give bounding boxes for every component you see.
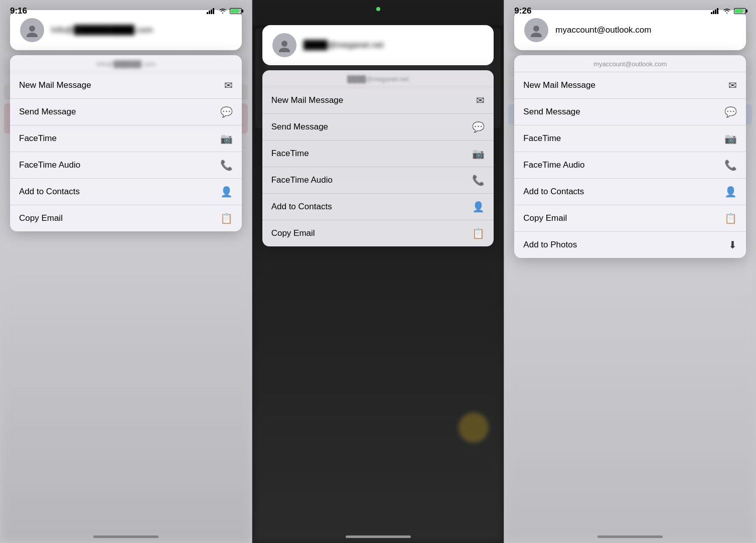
menu-item-facetime-3[interactable]: FaceTime 📷 xyxy=(514,125,746,152)
copy-icon-2: 📋 xyxy=(472,227,485,239)
context-menu-2: ████@meganet.net New Mail Message ✉ Send… xyxy=(262,70,494,246)
contacts-icon-3: 👤 xyxy=(724,186,737,198)
mail-icon-3: ✉ xyxy=(728,79,737,91)
copy-icon-1: 📋 xyxy=(220,212,233,224)
menu-item-label-add-contacts-3: Add to Contacts xyxy=(523,187,584,197)
menu-item-add-contacts-3[interactable]: Add to Contacts 👤 xyxy=(514,179,746,205)
menu-item-copy-email-3[interactable]: Copy Email 📋 xyxy=(514,205,746,232)
menu-item-label-send-1: Send Message xyxy=(19,107,76,117)
menu-item-label-add-contacts-2: Add to Contacts xyxy=(271,202,332,212)
email-address-3: myaccount@outlook.com xyxy=(555,25,736,35)
svg-rect-3 xyxy=(213,8,214,14)
mail-icon-1: ✉ xyxy=(224,79,233,91)
svg-rect-1 xyxy=(209,11,210,14)
svg-rect-10 xyxy=(715,10,716,14)
menu-header-2: ████@meganet.net xyxy=(262,70,494,87)
menu-header-3: myaccount@outlook.com xyxy=(514,55,746,72)
facetime-icon-2: 📷 xyxy=(472,148,485,160)
menu-item-facetime-audio-2[interactable]: FaceTime Audio 📞 xyxy=(262,167,494,194)
svg-point-4 xyxy=(29,26,35,32)
status-icons-1 xyxy=(207,8,242,14)
context-overlay-3: myaccount@outlook.com myaccount@outlook.… xyxy=(504,0,756,543)
avatar-3 xyxy=(524,18,548,42)
mail-icon-2: ✉ xyxy=(476,94,485,106)
menu-header-1: Info@██████.com xyxy=(10,55,242,72)
menu-item-label-add-contacts-1: Add to Contacts xyxy=(19,187,80,197)
svg-point-12 xyxy=(533,26,539,32)
email-address-2: ████@meganet.net xyxy=(304,40,484,50)
svg-rect-11 xyxy=(717,8,718,14)
menu-item-label-facetime-3: FaceTime xyxy=(523,133,561,144)
phone-panel-2: ████@meganet.net ████@meganet.net New Ma… xyxy=(252,0,504,543)
avatar-2 xyxy=(272,33,296,57)
menu-item-add-photos-3[interactable]: Add to Photos ⬇ xyxy=(514,232,746,258)
menu-item-label-facetime-audio-1: FaceTime Audio xyxy=(19,160,80,170)
phone-icon-2: 📞 xyxy=(472,174,485,186)
status-time-1: 9:16 xyxy=(10,6,27,16)
status-icons-3 xyxy=(711,8,746,14)
menu-item-facetime-2[interactable]: FaceTime 📷 xyxy=(262,141,494,167)
message-icon-1: 💬 xyxy=(220,106,233,118)
menu-item-label-facetime-audio-3: FaceTime Audio xyxy=(523,160,584,170)
menu-item-label-copy-1: Copy Email xyxy=(19,213,63,223)
email-address-1: Info@██████████.com xyxy=(51,25,232,35)
facetime-icon-1: 📷 xyxy=(220,132,233,145)
svg-rect-9 xyxy=(713,11,714,14)
menu-item-label-facetime-1: FaceTime xyxy=(19,133,57,144)
context-menu-1: Info@██████.com New Mail Message ✉ Send … xyxy=(10,55,242,231)
svg-point-13 xyxy=(531,33,542,37)
svg-rect-2 xyxy=(211,10,212,14)
menu-item-label-send-2: Send Message xyxy=(271,122,328,132)
menu-item-new-mail-1[interactable]: New Mail Message ✉ xyxy=(10,72,242,99)
message-icon-2: 💬 xyxy=(472,121,485,133)
menu-item-facetime-1[interactable]: FaceTime 📷 xyxy=(10,125,242,152)
menu-item-label-send-3: Send Message xyxy=(523,107,580,117)
menu-item-copy-email-1[interactable]: Copy Email 📋 xyxy=(10,205,242,231)
context-menu-3: myaccount@outlook.com New Mail Message ✉… xyxy=(514,55,746,258)
svg-point-7 xyxy=(279,48,290,52)
contacts-icon-1: 👤 xyxy=(220,186,233,198)
phone-icon-1: 📞 xyxy=(220,159,233,171)
contacts-icon-2: 👤 xyxy=(472,201,485,213)
menu-item-new-mail-3[interactable]: New Mail Message ✉ xyxy=(514,72,746,99)
menu-item-facetime-audio-1[interactable]: FaceTime Audio 📞 xyxy=(10,152,242,179)
facetime-icon-3: 📷 xyxy=(724,132,737,145)
email-header-card-2: ████@meganet.net xyxy=(262,25,494,65)
phone-icon-3: 📞 xyxy=(724,159,737,171)
photos-icon-3: ⬇ xyxy=(728,239,737,251)
menu-item-label-new-mail-3: New Mail Message xyxy=(523,80,595,90)
home-indicator-3 xyxy=(597,535,663,538)
avatar-1 xyxy=(20,18,44,42)
home-indicator-2 xyxy=(346,535,411,538)
home-indicator-1 xyxy=(93,535,159,538)
menu-item-facetime-audio-3[interactable]: FaceTime Audio 📞 xyxy=(514,152,746,179)
svg-point-5 xyxy=(27,33,38,37)
menu-item-label-new-mail-2: New Mail Message xyxy=(271,95,344,105)
menu-item-copy-email-2[interactable]: Copy Email 📋 xyxy=(262,220,494,246)
phone-panel-3: 9:26 xyxy=(504,0,756,543)
phone-panel-1: 9:16 xyxy=(0,0,252,543)
menu-item-label-facetime-2: FaceTime xyxy=(271,149,309,159)
svg-rect-8 xyxy=(711,12,712,14)
menu-item-label-copy-2: Copy Email xyxy=(271,228,315,238)
menu-item-send-msg-2[interactable]: Send Message 💬 xyxy=(262,114,494,141)
menu-item-label-facetime-audio-2: FaceTime Audio xyxy=(271,175,333,185)
menu-item-new-mail-2[interactable]: New Mail Message ✉ xyxy=(262,87,494,114)
menu-item-add-contacts-1[interactable]: Add to Contacts 👤 xyxy=(10,179,242,205)
svg-point-6 xyxy=(281,41,287,47)
menu-item-label-new-mail-1: New Mail Message xyxy=(19,80,91,90)
green-dot-2 xyxy=(376,7,380,11)
context-overlay-2: ████@meganet.net ████@meganet.net New Ma… xyxy=(252,15,504,543)
menu-item-send-msg-3[interactable]: Send Message 💬 xyxy=(514,99,746,125)
menu-item-label-copy-3: Copy Email xyxy=(523,213,567,223)
menu-item-label-add-photos-3: Add to Photos xyxy=(523,240,577,250)
menu-item-add-contacts-2[interactable]: Add to Contacts 👤 xyxy=(262,194,494,220)
context-overlay-1: Info@██████████.com Info@██████.com New … xyxy=(0,0,252,543)
menu-item-send-msg-1[interactable]: Send Message 💬 xyxy=(10,99,242,125)
copy-icon-3: 📋 xyxy=(724,212,737,224)
svg-rect-0 xyxy=(207,12,208,14)
status-time-3: 9:26 xyxy=(514,6,531,16)
message-icon-3: 💬 xyxy=(724,106,737,118)
